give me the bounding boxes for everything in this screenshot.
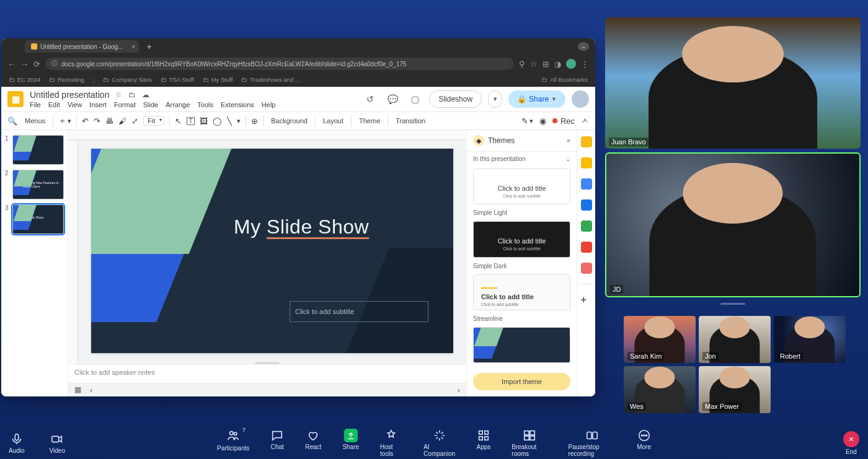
extensions-icon[interactable]: ⊞: [542, 59, 549, 69]
line-tool-icon[interactable]: ╲: [227, 116, 232, 126]
shape-tool-icon[interactable]: ◯: [213, 116, 222, 126]
pen-icon[interactable]: ✎▾: [521, 116, 533, 126]
add-addon-icon[interactable]: +: [581, 294, 592, 305]
slide-thumb-3[interactable]: My Slide Show: [12, 204, 64, 234]
ai-companion-button[interactable]: AI Companion: [423, 429, 455, 457]
rec-button[interactable]: Rec: [552, 116, 575, 126]
breakout-rooms-button[interactable]: Breakout rooms: [512, 429, 547, 457]
subtitle-placeholder[interactable]: Click to add subtitle: [290, 301, 428, 322]
audio-button[interactable]: Audio: [9, 432, 25, 454]
video-thumb[interactable]: Wes: [624, 366, 696, 413]
menu-format[interactable]: Format: [114, 101, 136, 108]
menu-tools[interactable]: Tools: [197, 101, 213, 108]
theme-option-focus[interactable]: Click to add title: [473, 327, 570, 363]
addon-icon[interactable]: [581, 242, 592, 253]
theme-option-simple-light[interactable]: Click to add titleClick to add subtitle: [473, 168, 570, 204]
transition-button[interactable]: Transition: [393, 117, 428, 125]
line-dropdown-icon[interactable]: ▾: [237, 117, 241, 125]
next-slide-icon[interactable]: ›: [458, 385, 460, 395]
slide-title-text[interactable]: My Slide Show: [234, 216, 369, 238]
react-button[interactable]: React: [305, 429, 321, 457]
search-icon[interactable]: 🔍: [7, 116, 17, 126]
meet-icon[interactable]: ▢: [407, 91, 423, 107]
video-tile-active-speaker[interactable]: JD: [605, 152, 861, 297]
maps-icon[interactable]: [581, 221, 592, 232]
participants-button[interactable]: 7 Participants: [217, 429, 249, 457]
menus-button[interactable]: Menus: [22, 117, 48, 125]
video-button[interactable]: Video: [50, 432, 65, 454]
contacts-icon[interactable]: [581, 199, 592, 211]
themes-scope-select[interactable]: In this presentation⌄: [467, 152, 577, 166]
new-tab-button[interactable]: +: [143, 42, 155, 51]
asana-icon[interactable]: [581, 263, 592, 274]
new-slide-button[interactable]: ＋▾: [58, 115, 71, 126]
history-icon[interactable]: ↺: [362, 91, 378, 107]
site-info-icon[interactable]: ⓘ: [51, 59, 58, 68]
move-icon[interactable]: 🗀: [128, 90, 136, 99]
paint-format-icon[interactable]: 🖌: [118, 116, 126, 126]
browser-tab[interactable]: Untitled presentation - Goog... ×: [25, 40, 139, 53]
background-button[interactable]: Background: [268, 117, 310, 125]
reload-icon[interactable]: ⟳: [33, 59, 40, 69]
window-minimize-icon[interactable]: –: [578, 42, 589, 51]
undo-icon[interactable]: ↶: [82, 116, 89, 126]
import-theme-button[interactable]: Import theme: [473, 373, 570, 390]
doc-title[interactable]: Untitled presentation: [30, 90, 109, 100]
bookmark-folder[interactable]: Tradeshows and ...: [241, 76, 299, 83]
close-icon[interactable]: ×: [567, 137, 570, 144]
slide-thumb-2[interactable]: Amazing New Features in Zoom Client: [12, 170, 64, 199]
calendar-icon[interactable]: [581, 136, 592, 147]
print-icon[interactable]: 🖶: [105, 116, 113, 126]
close-icon[interactable]: ×: [131, 43, 135, 50]
slide-canvas[interactable]: My Slide Show Click to add subtitle: [91, 149, 453, 353]
more-button[interactable]: More: [637, 429, 651, 457]
share-button[interactable]: 🔒Share▼: [508, 90, 565, 108]
slide-thumb-1[interactable]: [12, 135, 64, 165]
cloud-status-icon[interactable]: ☁: [142, 90, 149, 99]
bookmark-folder[interactable]: Company Sites: [103, 76, 151, 83]
bookmark-folder[interactable]: Recruiting: [49, 76, 84, 83]
video-tile-large[interactable]: Juan Bravo: [605, 17, 861, 149]
back-icon[interactable]: ←: [7, 59, 16, 69]
menu-arrange[interactable]: Arrange: [166, 101, 190, 108]
all-bookmarks[interactable]: All Bookmarks: [541, 76, 588, 83]
tasks-icon[interactable]: [581, 178, 592, 190]
comment-add-icon[interactable]: ⊕: [251, 116, 258, 126]
grid-view-icon[interactable]: ▦: [74, 385, 81, 395]
menu-help[interactable]: Help: [262, 101, 276, 108]
textbox-tool-icon[interactable]: 🅃: [187, 116, 195, 126]
theme-option-streamline[interactable]: Click to add titleClick to add subtitle: [473, 274, 570, 310]
video-thumb[interactable]: Jon: [699, 316, 771, 363]
user-avatar[interactable]: [572, 90, 589, 108]
menu-edit[interactable]: Edit: [48, 101, 60, 108]
url-input[interactable]: ⓘ docs.google.com/presentation/d/1f6H2xq…: [45, 58, 514, 70]
record-button[interactable]: Pause/stop recording: [569, 429, 616, 457]
redo-icon[interactable]: ↷: [94, 116, 100, 126]
theme-option-simple-dark[interactable]: Click to add titleClick to add subtitle: [473, 221, 570, 257]
menu-insert[interactable]: Insert: [89, 101, 107, 108]
bookmark-folder[interactable]: My Stuff: [203, 76, 233, 83]
end-meeting-button[interactable]: × End: [843, 431, 859, 455]
host-tools-button[interactable]: Host tools: [380, 429, 402, 457]
slideshow-dropdown[interactable]: ▼: [488, 90, 502, 108]
toolbar-collapse-icon[interactable]: ㅅ: [581, 115, 589, 126]
extension-pin-icon[interactable]: ◑: [554, 59, 561, 69]
video-thumb[interactable]: Robert: [774, 316, 846, 363]
share-screen-button[interactable]: Share: [342, 429, 359, 457]
zoom-level-select[interactable]: Fit: [143, 116, 164, 126]
bookmark-star-icon[interactable]: ☆: [530, 59, 538, 69]
comments-icon[interactable]: 💬: [384, 91, 401, 107]
theme-button[interactable]: Theme: [356, 117, 383, 125]
cursor-tool-icon[interactable]: ↖: [175, 116, 182, 126]
image-tool-icon[interactable]: 🖼: [200, 116, 208, 126]
video-thumb[interactable]: Sarah Kim: [624, 316, 696, 363]
bookmark-folder[interactable]: TSA Stuff: [161, 76, 194, 83]
star-icon[interactable]: ☆: [115, 90, 122, 99]
bookmark-folder[interactable]: EC 2024: [9, 76, 40, 83]
layout-button[interactable]: Layout: [321, 117, 346, 125]
browser-profile-avatar[interactable]: [566, 59, 576, 69]
search-omnibox-icon[interactable]: ⚲: [519, 59, 525, 69]
keep-icon[interactable]: [581, 157, 592, 168]
menu-view[interactable]: View: [68, 101, 82, 108]
menu-extensions[interactable]: Extensions: [221, 101, 254, 108]
